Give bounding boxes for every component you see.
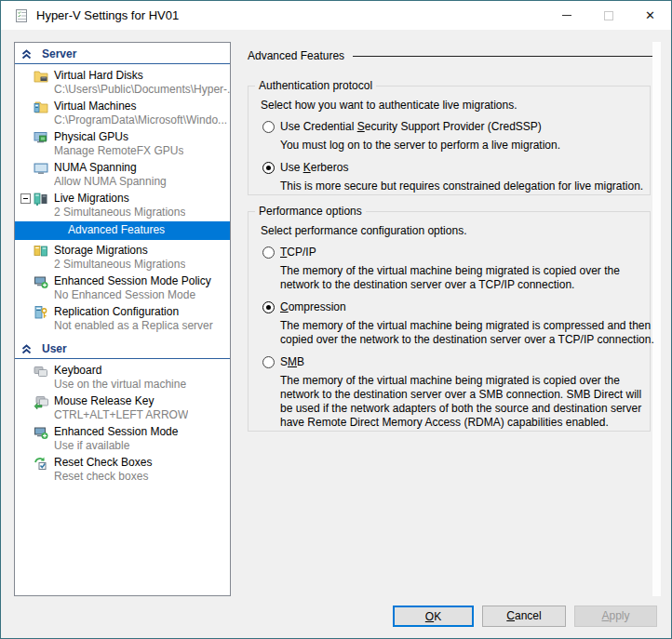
cancel-button[interactable]: Cancel [482,606,566,627]
sidebar-item-sublabel: Allow NUMA Spanning [54,175,167,189]
sidebar-item-label: Replication Configuration [54,304,213,319]
radio-credssp-label[interactable]: Use Credential Security Support Provider… [280,120,542,133]
close-button[interactable]: ✕ [629,1,671,30]
radio-compression-description: The memory of the virtual machine being … [280,319,656,347]
section-label: User [42,342,67,355]
virtual-machines-icon [34,100,48,114]
hyperv-settings-window: Hyper-V Settings for HV01 ✕ Server Virtu… [0,0,672,639]
collapse-chevron-icon [21,344,32,354]
sidebar-item-advanced-features[interactable]: Advanced Features [15,221,230,240]
enhanced-session-mode-policy-icon [34,274,48,289]
page-title-text: Advanced Features [248,49,344,62]
section-label: Server [42,47,76,60]
sidebar-item-sublabel: C:\Users\Public\Documents\Hyper-... [54,83,230,97]
page-title-rule [353,56,652,57]
group-legend: Authentication protocol [255,79,376,92]
sidebar-item-label: Virtual Hard Disks [54,68,230,83]
sidebar-item-enhanced-session-mode-policy[interactable]: Enhanced Session Mode Policy No Enhanced… [15,273,230,303]
section-header-server[interactable]: Server [15,43,230,64]
sidebar-item-live-migrations[interactable]: Live Migrations 2 Simultaneous Migration… [15,190,230,220]
radio-compression-label[interactable]: Compression [280,300,346,313]
enhanced-session-mode-icon [34,425,48,440]
replication-configuration-icon [34,305,48,320]
radio-kerberos[interactable] [262,162,275,174]
storage-migrations-icon [34,244,48,259]
radio-credssp[interactable] [262,121,275,133]
collapse-expander-icon[interactable] [20,193,31,204]
sidebar-item-label: Live Migrations [54,191,185,206]
apply-button[interactable]: Apply [574,606,657,627]
sidebar-item-label: NUMA Spanning [54,160,167,175]
live-migrations-icon [34,192,48,206]
sidebar-item-sublabel: Use on the virtual machine [54,378,186,392]
radio-compression[interactable] [262,301,275,313]
radio-credssp-description: You must log on to the server to perform… [280,139,656,153]
sidebar-item-sublabel: C:\ProgramData\Microsoft\Windo... [54,113,227,127]
sidebar-item-sublabel: 2 Simultaneous Migrations [54,258,185,272]
sidebar-item-label: Mouse Release Key [54,393,188,408]
physical-gpus-icon [34,130,48,145]
sidebar-item-sublabel: 2 Simultaneous Migrations [54,206,185,220]
group-intro: Select how you want to authenticate live… [261,99,642,112]
sidebar-item-numa-spanning[interactable]: NUMA Spanning Allow NUMA Spanning [15,159,230,190]
radio-smb-description: The memory of the virtual machine being … [280,374,656,430]
collapse-chevron-icon [21,49,32,60]
sidebar-item-sublabel: No Enhanced Session Mode [54,288,211,302]
maximize-icon [604,11,613,20]
radio-tcpip-label[interactable]: TCP/IP [280,246,316,259]
minimize-icon [562,15,571,16]
numa-spanning-icon [34,161,48,176]
title-bar: Hyper-V Settings for HV01 ✕ [1,1,671,30]
sidebar-item-label: Reset Check Boxes [54,455,152,470]
minimize-button[interactable] [545,1,587,30]
sidebar-item-storage-migrations[interactable]: Storage Migrations 2 Simultaneous Migrat… [15,242,230,273]
group-authentication-protocol: Authentication protocol Select how you w… [248,86,651,195]
sidebar-item-sublabel: CTRL+ALT+LEFT ARROW [54,408,188,422]
group-intro: Select performance configuration options… [261,224,642,237]
sidebar-item-physical-gpus[interactable]: Physical GPUs Manage RemoteFX GPUs [15,128,230,159]
section-header-user[interactable]: User [15,338,230,359]
radio-kerberos-label[interactable]: Use Kerberos [280,161,348,174]
sidebar-item-label: Enhanced Session Mode [54,424,178,439]
group-performance-options: Performance options Select performance c… [248,211,651,432]
sidebar-item-replication-configuration[interactable]: Replication Configuration Not enabled as… [15,303,230,334]
sidebar-item-label: Virtual Machines [54,99,227,113]
sidebar-item-sublabel: Manage RemoteFX GPUs [54,144,183,158]
sidebar-item-keyboard[interactable]: Keyboard Use on the virtual machine [15,362,230,393]
reset-check-boxes-icon [34,456,48,471]
window-title: Hyper-V Settings for HV01 [36,8,179,22]
sidebar-item-sublabel: Not enabled as a Replica server [54,319,213,333]
radio-kerberos-description: This is more secure but requires constra… [280,180,656,193]
sidebar-item-virtual-machines[interactable]: Virtual Machines C:\ProgramData\Microsof… [15,98,230,128]
hyperv-settings-icon [14,8,29,23]
sidebar-item-label: Physical GPUs [54,129,183,144]
maximize-button[interactable] [587,1,629,30]
ok-button[interactable]: OK [393,606,474,627]
settings-nav-tree: Server Virtual Hard Disks C:\Users\Publi… [14,42,231,596]
sidebar-item-virtual-hard-disks[interactable]: Virtual Hard Disks C:\Users\Public\Docum… [15,67,230,98]
sidebar-item-label: Keyboard [54,363,186,378]
sidebar-item-sublabel: Use if available [54,439,178,453]
mouse-release-key-icon [34,394,48,409]
radio-tcpip[interactable] [262,246,275,259]
radio-smb-label[interactable]: SMB [280,355,304,368]
sidebar-item-label: Enhanced Session Mode Policy [54,273,211,288]
sidebar-item-sublabel: Reset check boxes [54,470,152,484]
sidebar-item-reset-check-boxes[interactable]: Reset Check Boxes Reset check boxes [15,454,230,485]
keyboard-icon [34,364,48,379]
group-legend: Performance options [255,205,366,218]
virtual-hard-disks-icon [34,69,48,84]
page-title: Advanced Features [248,49,652,62]
radio-smb[interactable] [262,356,275,368]
close-icon: ✕ [645,9,655,21]
sidebar-item-mouse-release-key[interactable]: Mouse Release Key CTRL+ALT+LEFT ARROW [15,393,230,423]
sidebar-item-label: Storage Migrations [54,243,185,258]
radio-tcpip-description: The memory of the virtual machine being … [280,264,656,292]
sidebar-item-enhanced-session-mode[interactable]: Enhanced Session Mode Use if available [15,423,230,454]
